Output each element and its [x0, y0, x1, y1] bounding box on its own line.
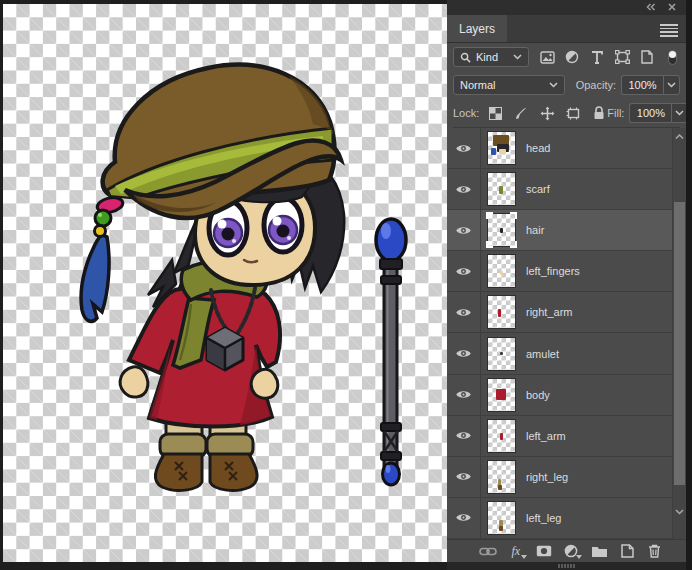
layer-thumbnail-cell	[481, 169, 515, 209]
layer-thumbnail-cell	[481, 375, 515, 415]
fill-value: 100%	[637, 107, 665, 119]
layer-thumbnail[interactable]	[488, 461, 515, 493]
scroll-down-icon[interactable]	[673, 505, 686, 519]
pixel-layer-filter-icon[interactable]	[539, 49, 555, 65]
eye-icon	[455, 266, 472, 277]
layer-visibility-toggle[interactable]	[447, 251, 481, 291]
adjustment-layer-filter-icon[interactable]	[564, 49, 580, 65]
delete-layer-trash-icon[interactable]	[646, 543, 664, 559]
layer-thumbnail[interactable]	[488, 214, 515, 246]
blend-mode-select[interactable]: Normal	[453, 75, 565, 95]
layer-visibility-toggle[interactable]	[447, 128, 481, 168]
layer-thumbnail[interactable]	[488, 173, 515, 205]
layer-row-amulet[interactable]: amulet	[447, 333, 672, 374]
new-layer-icon[interactable]	[618, 543, 636, 559]
panel-resize-gripper[interactable]	[447, 562, 686, 570]
layer-name[interactable]: hair	[515, 210, 544, 250]
layer-visibility-toggle[interactable]	[447, 375, 481, 415]
eye-icon	[455, 389, 472, 400]
layer-name[interactable]: left_leg	[515, 498, 561, 538]
selection-bracket	[486, 212, 493, 219]
tab-layers[interactable]: Layers	[447, 15, 507, 42]
selection-bracket	[510, 241, 517, 248]
layer-visibility-toggle[interactable]	[447, 333, 481, 373]
add-layer-mask-icon[interactable]	[535, 543, 553, 559]
eye-icon	[455, 143, 472, 154]
lock-pixels-brush-icon[interactable]	[513, 105, 529, 121]
filtering-toggle-switch[interactable]	[664, 49, 680, 65]
chevron-down-icon	[667, 82, 676, 88]
kind-filter-select[interactable]: Kind	[453, 47, 529, 67]
layer-row-left_fingers[interactable]: left_fingers	[447, 251, 672, 292]
layer-name[interactable]: left_fingers	[515, 251, 580, 291]
lock-transparency-icon[interactable]	[487, 105, 503, 121]
layer-thumbnail[interactable]	[488, 255, 515, 287]
eye-icon	[455, 512, 472, 523]
photoshop-window: Layers Kind	[0, 0, 692, 570]
layer-thumbnail[interactable]	[488, 379, 515, 411]
panel-tab-row: Layers	[447, 15, 686, 43]
layer-name[interactable]: body	[515, 375, 550, 415]
layer-thumbnail-cell	[481, 251, 515, 291]
layer-visibility-toggle[interactable]	[447, 169, 481, 209]
layer-visibility-toggle[interactable]	[447, 210, 481, 250]
layer-name[interactable]: amulet	[515, 333, 559, 373]
layer-visibility-toggle[interactable]	[447, 292, 481, 332]
fill-value-field[interactable]: 100%	[629, 103, 671, 123]
gripper-icon	[558, 564, 575, 568]
opacity-value-field[interactable]: 100%	[621, 75, 663, 95]
scrollbar-thumb[interactable]	[674, 202, 685, 485]
document-canvas[interactable]	[3, 4, 447, 562]
opacity-label: Opacity:	[576, 79, 616, 91]
link-layers-icon[interactable]	[479, 543, 497, 559]
layer-visibility-toggle[interactable]	[447, 498, 481, 538]
opacity-value: 100%	[628, 79, 656, 91]
opacity-dropdown-button[interactable]	[663, 75, 680, 95]
layer-row-left_arm[interactable]: left_arm	[447, 416, 672, 457]
lock-row: Lock:	[453, 99, 680, 128]
close-panel-icon[interactable]	[668, 3, 676, 13]
layer-row-head[interactable]: head	[447, 128, 672, 169]
layer-thumbnail-cell	[481, 416, 515, 456]
layer-thumbnail[interactable]	[488, 296, 515, 328]
eye-icon	[455, 471, 472, 482]
layer-row-hair[interactable]: hair	[447, 210, 672, 251]
layer-row-body[interactable]: body	[447, 375, 672, 416]
layer-name[interactable]: head	[515, 128, 550, 168]
lock-all-icon[interactable]	[591, 105, 607, 121]
scroll-up-icon[interactable]	[673, 130, 686, 144]
panel-menu-icon[interactable]	[660, 24, 678, 39]
layer-row-right_arm[interactable]: right_arm	[447, 292, 672, 333]
collapse-panel-icon[interactable]	[646, 3, 656, 13]
panel-controls: Kind	[447, 43, 686, 128]
layer-name[interactable]: left_arm	[515, 416, 566, 456]
eye-icon	[455, 430, 472, 441]
layer-style-fx-icon[interactable]: fx	[507, 543, 525, 559]
lock-artboard-icon[interactable]	[565, 105, 581, 121]
layer-thumbnail-cell	[481, 333, 515, 373]
new-adjustment-layer-icon[interactable]	[562, 543, 580, 559]
layer-thumbnail[interactable]	[488, 132, 515, 164]
type-layer-filter-icon[interactable]	[589, 49, 605, 65]
lock-position-move-icon[interactable]	[539, 105, 555, 121]
layer-name[interactable]: right_arm	[515, 292, 572, 332]
chevron-down-icon	[513, 54, 522, 60]
fill-label: Fill:	[607, 107, 624, 119]
layer-thumbnail-cell	[481, 292, 515, 332]
new-group-folder-icon[interactable]	[590, 543, 608, 559]
layer-name[interactable]: right_leg	[515, 457, 568, 497]
feather	[81, 234, 109, 321]
layer-row-left_leg[interactable]: left_leg	[447, 498, 672, 539]
layers-scrollbar[interactable]	[672, 128, 686, 539]
layer-thumbnail[interactable]	[488, 338, 515, 370]
eye-icon	[455, 307, 472, 318]
layer-thumbnail[interactable]	[488, 502, 515, 534]
layer-row-scarf[interactable]: scarf	[447, 169, 672, 210]
layer-visibility-toggle[interactable]	[447, 457, 481, 497]
layer-visibility-toggle[interactable]	[447, 416, 481, 456]
layer-thumbnail[interactable]	[488, 420, 515, 452]
smart-object-filter-icon[interactable]	[639, 49, 655, 65]
layer-name[interactable]: scarf	[515, 169, 550, 209]
layer-row-right_leg[interactable]: right_leg	[447, 457, 672, 498]
shape-layer-filter-icon[interactable]	[614, 49, 630, 65]
